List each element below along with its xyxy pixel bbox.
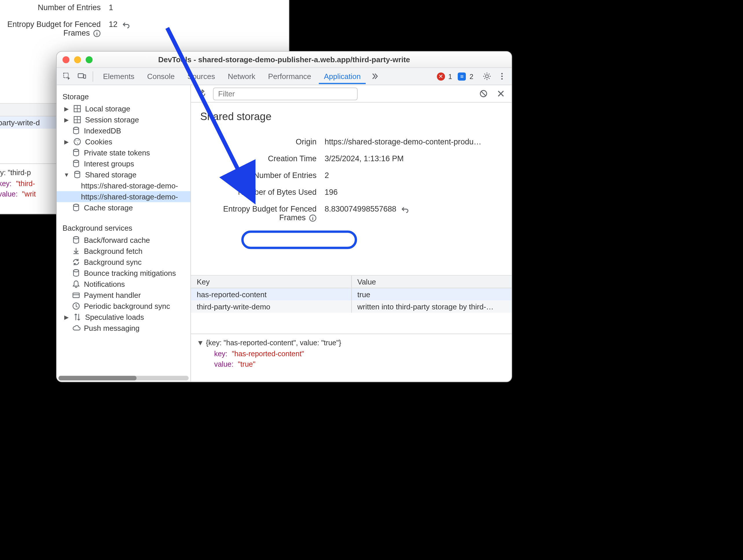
database-icon — [72, 126, 80, 135]
database-icon — [72, 236, 80, 245]
entry-preview: ▼ {key: "has-reported-content", value: "… — [191, 333, 512, 376]
database-icon — [72, 269, 80, 277]
devtools-window-2: DevTools - shared-storage-demo-publisher… — [56, 51, 512, 382]
tab-console[interactable]: Console — [142, 69, 180, 84]
info-icon[interactable] — [92, 29, 101, 38]
caret-right-icon: ▶ — [64, 139, 70, 145]
reset-icon[interactable] — [401, 205, 409, 214]
cloud-icon — [72, 324, 80, 333]
scrollbar[interactable] — [58, 376, 189, 381]
shared-storage-origin-2[interactable]: https://shared-storage-demo- — [57, 191, 190, 202]
sidebar-item-bg-fetch[interactable]: Background fetch — [57, 246, 190, 257]
cell-key: third-party-write-demo — [191, 300, 352, 312]
sidebar-item-speculative[interactable]: ▶Speculative loads — [57, 312, 190, 323]
reload-icon[interactable] — [195, 87, 208, 100]
clear-icon[interactable] — [477, 87, 489, 100]
reset-icon[interactable] — [122, 20, 130, 29]
sidebar-item-bg-sync[interactable]: Background sync — [57, 257, 190, 268]
error-count[interactable]: 1 — [448, 72, 452, 80]
shared-storage-origin-1[interactable]: https://shared-storage-demo- — [57, 180, 190, 191]
entries-label: Number of Entries — [200, 171, 324, 180]
origin-label: Origin — [200, 137, 324, 146]
caret-right-icon: ▶ — [64, 314, 70, 320]
message-count[interactable]: 2 — [470, 72, 473, 80]
sidebar-item-interest-groups[interactable]: Interest groups — [57, 158, 190, 169]
clock-icon — [72, 302, 80, 310]
table-header-key[interactable]: Key — [191, 275, 352, 288]
tab-elements[interactable]: Elements — [98, 69, 139, 84]
entropy-budget-label: Entropy Budget for Fenced Frames — [223, 205, 316, 222]
bell-icon — [72, 280, 80, 289]
sidebar-item-notifications[interactable]: Notifications — [57, 279, 190, 290]
caret-right-icon: ▶ — [64, 105, 70, 112]
sidebar-item-shared-storage[interactable]: ▼Shared storage — [57, 169, 190, 180]
close-window-icon[interactable] — [62, 56, 70, 63]
origin-value: https://shared-storage-demo-content-prod… — [324, 137, 481, 146]
sidebar-group-storage: Storage — [57, 89, 190, 103]
entropy-budget-value: 8.830074998557688 — [324, 205, 396, 213]
info-icon[interactable] — [308, 214, 316, 222]
database-icon — [73, 170, 82, 179]
sidebar-item-periodic-sync[interactable]: Periodic background sync — [57, 301, 190, 312]
creation-time-value: 3/25/2024, 1:13:16 PM — [324, 154, 404, 163]
entries-label: Number of Entries — [0, 3, 109, 12]
titlebar[interactable]: DevTools - shared-storage-demo-publisher… — [57, 52, 512, 68]
cell-value: true — [352, 288, 512, 300]
database-icon — [72, 160, 80, 168]
cell-value: written into third-party storage by thir… — [352, 300, 512, 312]
table-row[interactable]: has-reported-contenttrue — [191, 288, 512, 300]
sidebar-item-indexeddb[interactable]: IndexedDB — [57, 125, 190, 136]
entries-value: 1 — [109, 3, 113, 12]
sidebar-item-private-state-tokens[interactable]: Private state tokens — [57, 147, 190, 158]
card-icon — [72, 291, 80, 300]
message-badge-icon[interactable]: ≡ — [458, 72, 466, 80]
tab-application[interactable]: Application — [318, 69, 366, 84]
sync-icon — [72, 258, 80, 266]
table-row[interactable]: third-party-write-demowritten into third… — [191, 300, 512, 312]
sidebar-item-local-storage[interactable]: ▶Local storage — [57, 103, 190, 114]
more-tabs-icon[interactable] — [368, 70, 381, 83]
application-sidebar: Storage ▶Local storage ▶Session storage … — [57, 85, 191, 382]
sidebar-item-cache-storage[interactable]: Cache storage — [57, 202, 190, 213]
sidebar-item-bounce-tracking[interactable]: Bounce tracking mitigations — [57, 268, 190, 279]
cookie-icon — [73, 137, 82, 146]
tab-performance[interactable]: Performance — [263, 69, 316, 84]
inspect-icon[interactable] — [60, 70, 73, 83]
creation-time-label: Creation Time — [200, 154, 324, 163]
entropy-budget-label: Entropy Budget for Fenced Frames — [7, 20, 101, 37]
sidebar-item-cookies[interactable]: ▶Cookies — [57, 136, 190, 147]
cell-key: has-reported-content — [191, 288, 352, 300]
updown-icon — [73, 313, 82, 321]
database-icon — [72, 148, 80, 157]
sidebar-group-background: Background services — [57, 220, 190, 235]
kebab-menu-icon[interactable] — [495, 70, 508, 83]
settings-icon[interactable] — [480, 70, 493, 83]
zoom-window-icon[interactable] — [86, 56, 93, 63]
bytes-used-value: 196 — [324, 188, 338, 197]
error-badge-icon[interactable]: ✕ — [437, 72, 445, 80]
panel-toolbar — [191, 85, 512, 103]
sidebar-item-session-storage[interactable]: ▶Session storage — [57, 114, 190, 125]
filter-input[interactable] — [213, 87, 358, 100]
table-header-value[interactable]: Value — [352, 275, 512, 288]
sidebar-item-bfcache[interactable]: Back/forward cache — [57, 235, 190, 246]
main-panel: Shared storage Originhttps://shared-stor… — [191, 85, 512, 382]
window-title: DevTools - shared-storage-demo-publisher… — [57, 55, 512, 64]
devtools-tabstrip: Elements Console Sources Network Perform… — [57, 68, 512, 85]
tab-sources[interactable]: Sources — [182, 69, 220, 84]
minimize-window-icon[interactable] — [74, 56, 81, 63]
panel-heading: Shared storage — [200, 111, 502, 123]
caret-right-icon: ▶ — [64, 117, 70, 123]
close-icon[interactable] — [494, 87, 507, 100]
sidebar-item-payment-handler[interactable]: Payment handler — [57, 290, 190, 301]
grid-icon — [73, 104, 82, 113]
device-toggle-icon[interactable] — [75, 70, 88, 83]
caret-down-icon: ▼ — [64, 172, 70, 178]
entropy-budget-value: 12 — [109, 20, 118, 29]
download-icon — [72, 247, 80, 256]
database-icon — [72, 204, 80, 212]
tab-network[interactable]: Network — [222, 69, 260, 84]
entries-value: 2 — [324, 171, 329, 180]
sidebar-item-push[interactable]: Push messaging — [57, 323, 190, 334]
bytes-used-label: Number of Bytes Used — [200, 188, 324, 197]
